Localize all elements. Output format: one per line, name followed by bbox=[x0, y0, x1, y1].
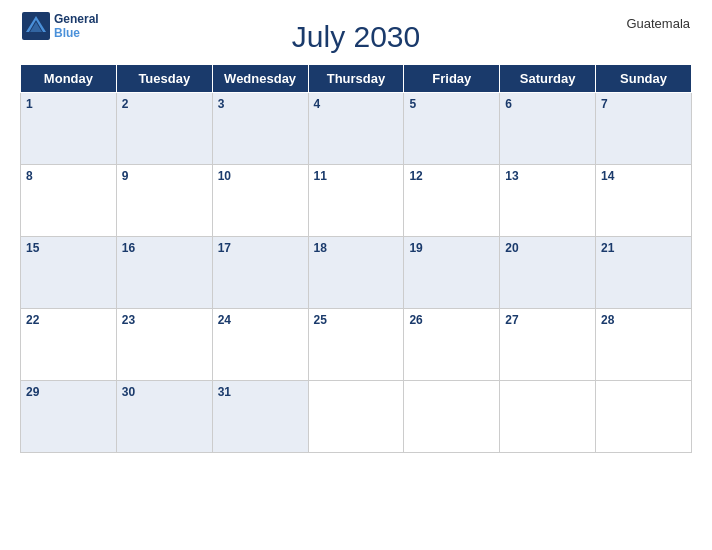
day-cell: 13 bbox=[500, 165, 596, 237]
day-number: 17 bbox=[218, 241, 303, 255]
day-cell: 26 bbox=[404, 309, 500, 381]
week-row-4: 22232425262728 bbox=[21, 309, 692, 381]
day-cell: 22 bbox=[21, 309, 117, 381]
day-number: 20 bbox=[505, 241, 590, 255]
day-number: 16 bbox=[122, 241, 207, 255]
day-number: 29 bbox=[26, 385, 111, 399]
col-thursday: Thursday bbox=[308, 65, 404, 93]
logo-text: General Blue bbox=[54, 12, 99, 41]
country-label: Guatemala bbox=[626, 16, 690, 31]
day-cell: 6 bbox=[500, 93, 596, 165]
day-cell: 20 bbox=[500, 237, 596, 309]
day-number: 14 bbox=[601, 169, 686, 183]
day-cell: 15 bbox=[21, 237, 117, 309]
week-row-5: 293031 bbox=[21, 381, 692, 453]
week-row-1: 1234567 bbox=[21, 93, 692, 165]
day-number: 3 bbox=[218, 97, 303, 111]
week-row-2: 891011121314 bbox=[21, 165, 692, 237]
day-cell: 5 bbox=[404, 93, 500, 165]
day-cell: 30 bbox=[116, 381, 212, 453]
day-number: 15 bbox=[26, 241, 111, 255]
day-cell: 21 bbox=[596, 237, 692, 309]
col-tuesday: Tuesday bbox=[116, 65, 212, 93]
day-cell: 28 bbox=[596, 309, 692, 381]
day-number: 6 bbox=[505, 97, 590, 111]
logo-icon bbox=[22, 12, 50, 40]
day-cell bbox=[500, 381, 596, 453]
day-cell: 23 bbox=[116, 309, 212, 381]
day-cell: 11 bbox=[308, 165, 404, 237]
day-number: 7 bbox=[601, 97, 686, 111]
day-cell: 7 bbox=[596, 93, 692, 165]
day-number: 12 bbox=[409, 169, 494, 183]
day-cell: 4 bbox=[308, 93, 404, 165]
day-cell: 14 bbox=[596, 165, 692, 237]
day-cell: 16 bbox=[116, 237, 212, 309]
day-cell: 18 bbox=[308, 237, 404, 309]
day-cell: 10 bbox=[212, 165, 308, 237]
day-number: 26 bbox=[409, 313, 494, 327]
day-number: 28 bbox=[601, 313, 686, 327]
col-sunday: Sunday bbox=[596, 65, 692, 93]
day-cell: 2 bbox=[116, 93, 212, 165]
day-number: 27 bbox=[505, 313, 590, 327]
col-saturday: Saturday bbox=[500, 65, 596, 93]
day-cell: 19 bbox=[404, 237, 500, 309]
day-number: 2 bbox=[122, 97, 207, 111]
day-cell: 25 bbox=[308, 309, 404, 381]
day-number: 11 bbox=[314, 169, 399, 183]
day-cell: 24 bbox=[212, 309, 308, 381]
day-number: 10 bbox=[218, 169, 303, 183]
col-monday: Monday bbox=[21, 65, 117, 93]
day-cell bbox=[404, 381, 500, 453]
day-cell: 1 bbox=[21, 93, 117, 165]
day-cell: 8 bbox=[21, 165, 117, 237]
col-friday: Friday bbox=[404, 65, 500, 93]
day-cell: 9 bbox=[116, 165, 212, 237]
week-row-3: 15161718192021 bbox=[21, 237, 692, 309]
day-number: 19 bbox=[409, 241, 494, 255]
day-number: 21 bbox=[601, 241, 686, 255]
day-number: 9 bbox=[122, 169, 207, 183]
day-number: 8 bbox=[26, 169, 111, 183]
logo: General Blue bbox=[22, 12, 99, 41]
header-row: Monday Tuesday Wednesday Thursday Friday… bbox=[21, 65, 692, 93]
day-number: 30 bbox=[122, 385, 207, 399]
day-cell: 29 bbox=[21, 381, 117, 453]
day-cell: 31 bbox=[212, 381, 308, 453]
calendar-title: July 2030 bbox=[292, 20, 420, 54]
day-number: 25 bbox=[314, 313, 399, 327]
col-wednesday: Wednesday bbox=[212, 65, 308, 93]
day-number: 1 bbox=[26, 97, 111, 111]
day-number: 13 bbox=[505, 169, 590, 183]
day-cell bbox=[596, 381, 692, 453]
day-number: 23 bbox=[122, 313, 207, 327]
day-number: 24 bbox=[218, 313, 303, 327]
day-number: 4 bbox=[314, 97, 399, 111]
day-cell: 12 bbox=[404, 165, 500, 237]
calendar-table: Monday Tuesday Wednesday Thursday Friday… bbox=[20, 64, 692, 453]
day-cell bbox=[308, 381, 404, 453]
day-number: 5 bbox=[409, 97, 494, 111]
day-cell: 27 bbox=[500, 309, 596, 381]
day-number: 18 bbox=[314, 241, 399, 255]
day-number: 31 bbox=[218, 385, 303, 399]
day-cell: 3 bbox=[212, 93, 308, 165]
day-number: 22 bbox=[26, 313, 111, 327]
day-cell: 17 bbox=[212, 237, 308, 309]
